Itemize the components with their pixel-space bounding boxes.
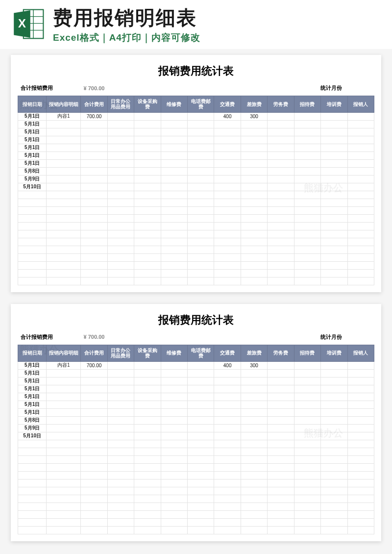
table-cell <box>187 495 214 503</box>
column-header: 报销内容明细 <box>47 345 81 361</box>
table-cell <box>47 416 81 424</box>
table-cell <box>241 128 267 136</box>
table-cell <box>241 526 267 534</box>
table-cell: 700.00 <box>81 112 107 120</box>
table-cell <box>18 206 47 214</box>
column-header: 电话费邮费 <box>187 96 214 113</box>
table-row: 5月1日 <box>18 401 374 408</box>
table-cell <box>214 206 241 214</box>
table-cell <box>47 377 81 385</box>
table-cell: 5月1日 <box>18 369 47 377</box>
table-cell <box>268 361 294 369</box>
table-cell <box>187 238 214 246</box>
table-row <box>18 440 374 448</box>
table-cell <box>294 144 320 151</box>
table-cell: 5月1日 <box>18 136 47 144</box>
table-cell <box>347 526 374 534</box>
table-cell <box>347 471 374 479</box>
table-cell <box>187 136 214 144</box>
table-cell <box>187 230 214 238</box>
table-cell <box>347 361 374 369</box>
table-cell <box>81 277 107 285</box>
table-row <box>18 222 374 230</box>
table-row: 5月1日 <box>18 369 374 377</box>
table-cell <box>107 401 134 408</box>
column-header: 培训费 <box>321 345 347 361</box>
table-cell <box>294 369 320 377</box>
table-cell <box>107 214 134 222</box>
table-cell <box>321 455 347 463</box>
table-cell <box>347 120 374 128</box>
table-cell <box>294 455 320 463</box>
table-cell <box>321 377 347 385</box>
table-cell <box>268 526 294 534</box>
column-header: 报销日期 <box>18 96 47 113</box>
table-cell <box>161 144 187 151</box>
table-cell <box>268 167 294 175</box>
table-cell <box>47 432 81 440</box>
table-cell <box>321 238 347 246</box>
table-cell <box>294 269 320 277</box>
table-cell <box>47 253 81 261</box>
table-cell <box>47 518 81 526</box>
table-cell <box>47 128 81 136</box>
table-cell <box>321 136 347 144</box>
table-row <box>18 487 374 495</box>
table-cell <box>268 261 294 269</box>
summary-row: 合计报销费用¥ 700.00统计月份 <box>18 333 374 341</box>
table-cell <box>214 385 241 393</box>
table-cell <box>321 144 347 151</box>
table-cell <box>161 432 187 440</box>
table-cell <box>347 479 374 487</box>
table-cell <box>47 136 81 144</box>
table-row: 5月1日内容1700.00400300 <box>18 112 374 120</box>
table-cell <box>321 151 347 159</box>
table-cell <box>47 479 81 487</box>
total-expense-value: ¥ 700.00 <box>65 85 123 91</box>
table-row <box>18 448 374 455</box>
table-cell <box>81 377 107 385</box>
table-cell <box>214 136 241 144</box>
table-cell <box>81 385 107 393</box>
table-cell <box>187 214 214 222</box>
table-cell <box>214 479 241 487</box>
table-cell <box>81 393 107 401</box>
table-cell <box>268 503 294 510</box>
table-cell <box>107 377 134 385</box>
table-cell <box>187 222 214 230</box>
table-cell <box>294 261 320 269</box>
table-cell <box>107 128 134 136</box>
table-cell <box>134 112 161 120</box>
table-cell <box>321 191 347 199</box>
table-cell <box>294 199 320 206</box>
table-cell <box>81 175 107 183</box>
table-cell: 内容1 <box>47 112 81 120</box>
table-cell: 5月1日 <box>18 408 47 416</box>
table-cell <box>134 385 161 393</box>
table-cell <box>321 479 347 487</box>
table-cell <box>107 440 134 448</box>
table-cell <box>347 136 374 144</box>
table-cell <box>47 222 81 230</box>
table-cell <box>214 159 241 167</box>
table-cell <box>241 440 267 448</box>
table-cell <box>81 191 107 199</box>
table-cell <box>214 175 241 183</box>
table-cell <box>241 167 267 175</box>
table-cell <box>81 269 107 277</box>
table-cell <box>134 393 161 401</box>
table-cell <box>161 369 187 377</box>
table-cell <box>81 238 107 246</box>
table-cell <box>241 222 267 230</box>
table-cell <box>187 471 214 479</box>
column-header: 培训费 <box>321 96 347 113</box>
table-cell <box>161 120 187 128</box>
table-cell <box>294 120 320 128</box>
table-cell <box>18 526 47 534</box>
table-cell: 5月1日 <box>18 401 47 408</box>
table-cell <box>214 503 241 510</box>
table-cell <box>187 518 214 526</box>
table-cell <box>241 199 267 206</box>
table-cell <box>321 361 347 369</box>
table-row: 5月1日 <box>18 159 374 167</box>
